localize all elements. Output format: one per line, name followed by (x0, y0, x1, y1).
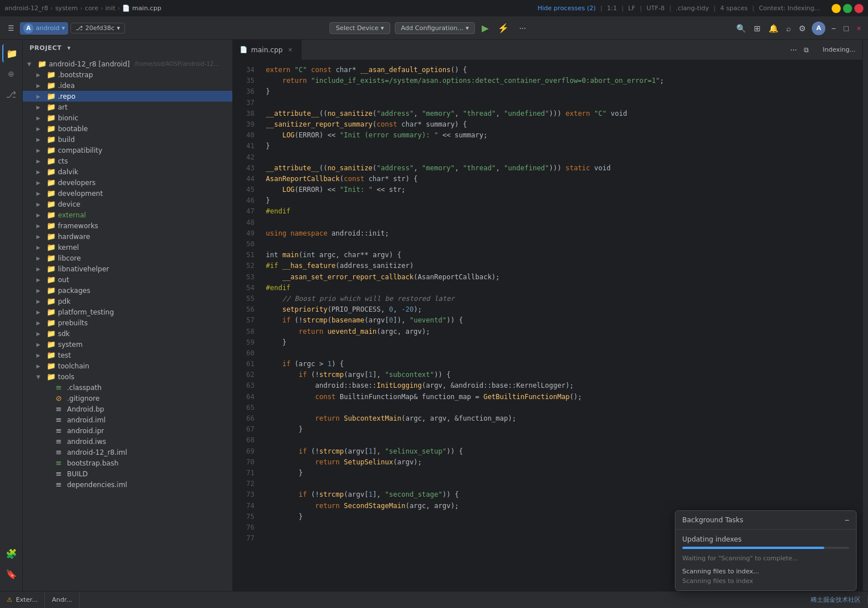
close-window-button[interactable]: × (854, 22, 863, 35)
profile-button[interactable]: ⚡ (495, 22, 511, 35)
expand-icon: ▶ (36, 277, 44, 283)
item-name: .gitignore (67, 395, 99, 402)
breadcrumb-init[interactable]: init (106, 5, 115, 12)
tab-more-button[interactable]: ⋯ (788, 44, 799, 56)
tree-item-android-iml[interactable]: ≡ android.iml (23, 414, 232, 425)
config-label: Add Configuration... (401, 24, 464, 32)
tree-item-pdk[interactable]: ▶ 📁 pdk (23, 296, 232, 307)
tree-item-tools[interactable]: ▼ 📁 tools (23, 371, 232, 382)
tree-item-frameworks[interactable]: ▶ 📁 frameworks (23, 220, 232, 231)
chinese-watermark: 稀土掘金技术社区 (811, 596, 861, 604)
branch-chevron-icon: ▾ (117, 24, 120, 32)
hamburger-icon: ☰ (8, 24, 14, 32)
sidebar-item-search[interactable]: ⊕ (2, 65, 20, 83)
config-chevron-icon: ▾ (466, 24, 469, 32)
tree-item-packages[interactable]: ▶ 📁 packages (23, 285, 232, 296)
minimize-window-button[interactable]: − (829, 22, 838, 35)
user-avatar[interactable]: A (812, 22, 825, 35)
tree-item-external[interactable]: ▶ 📁 external (23, 209, 232, 220)
tree-item-android-ipr[interactable]: ≡ android.ipr (23, 425, 232, 436)
bg-tasks-minimize-button[interactable]: − (845, 515, 849, 525)
plugin-icon: 🧩 (6, 548, 17, 559)
settings-button[interactable]: ⚙ (796, 22, 808, 35)
tree-item-libcore[interactable]: ▶ 📁 libcore (23, 253, 232, 263)
background-tasks-panel: Background Tasks − Updating indexes Wait… (675, 510, 857, 591)
tree-item-classpath[interactable]: ≡ .classpath (23, 382, 232, 393)
tree-item-art[interactable]: ▶ 📁 art (23, 102, 232, 112)
breadcrumb-file[interactable]: 📄 main.cpp (122, 5, 161, 12)
file-tree[interactable]: ▼ 📁 android-12_r8 [android] /home/ssd/AO… (23, 56, 232, 608)
tree-item-bootstrap[interactable]: ▶ 📁 .bootstrap (23, 69, 232, 80)
tree-item-gitignore[interactable]: ⊘ .gitignore (23, 393, 232, 404)
tree-item-idea[interactable]: ▶ 📁 .idea (23, 80, 232, 91)
notifications-button[interactable]: 🔔 (766, 22, 781, 35)
tree-root[interactable]: ▼ 📁 android-12_r8 [android] /home/ssd/AO… (23, 58, 232, 69)
tree-item-system[interactable]: ▶ 📁 system (23, 339, 232, 350)
tree-item-development[interactable]: ▶ 📁 development (23, 188, 232, 199)
tree-item-dalvik[interactable]: ▶ 📁 dalvik (23, 166, 232, 177)
tree-item-android12-iml[interactable]: ≡ android-12_r8.iml (23, 447, 232, 458)
folder-icon: 📁 (47, 124, 56, 133)
tree-item-prebuilts[interactable]: ▶ 📁 prebuilts (23, 317, 232, 328)
expand-icon: ▶ (36, 72, 44, 78)
breadcrumb-system[interactable]: system (55, 5, 78, 12)
file-icon: ≡ (56, 437, 65, 446)
run-button[interactable]: ▶ (479, 22, 491, 35)
tab-split-button[interactable]: ⧉ (802, 44, 811, 56)
folder-icon: 📁 (37, 60, 47, 68)
tree-item-repo[interactable]: ▶ 📁 .repo (23, 91, 232, 102)
tree-item-BUILD[interactable]: ≡ BUILD (23, 468, 232, 479)
menu-button[interactable]: ☰ (5, 22, 18, 35)
tree-item-sdk[interactable]: ▶ 📁 sdk (23, 328, 232, 339)
sidebar-item-vcs[interactable]: ⎇ (2, 85, 20, 103)
sidebar-item-project[interactable]: 📁 (2, 44, 20, 62)
sidebar-item-plugins[interactable]: 🧩 (2, 544, 20, 563)
tree-item-dependencies-iml[interactable]: ≡ dependencies.iml (23, 479, 232, 490)
expand-icon: ▶ (36, 309, 44, 315)
tree-item-toolchain[interactable]: ▶ 📁 toolchain (23, 360, 232, 371)
tree-item-device[interactable]: ▶ 📁 device (23, 199, 232, 209)
item-name: .bootstrap (58, 71, 93, 79)
close-button[interactable]: × (854, 4, 863, 13)
tree-item-kernel[interactable]: ▶ 📁 kernel (23, 242, 232, 253)
breadcrumb-android[interactable]: android-12_r8 (5, 5, 48, 12)
run-manager-button[interactable]: ⊞ (752, 22, 763, 35)
sidebar-item-bookmarks[interactable]: 🔖 (2, 565, 20, 583)
restore-window-button[interactable]: □ (841, 22, 850, 35)
notification-warning[interactable]: ⚠ Exter... (0, 592, 45, 608)
notification-android[interactable]: Andr... (45, 592, 79, 608)
tree-item-hardware[interactable]: ▶ 📁 hardware (23, 231, 232, 242)
maximize-button[interactable]: □ (843, 4, 852, 13)
root-path: /home/ssd/AOSP/android-12... (134, 61, 219, 67)
tree-item-platform-testing[interactable]: ▶ 📁 platform_testing (23, 307, 232, 317)
root-name: android-12_r8 [android] (49, 60, 130, 68)
tree-item-compatibility[interactable]: ▶ 📁 compatibility (23, 145, 232, 156)
tree-item-bionic[interactable]: ▶ 📁 bionic (23, 112, 232, 123)
branch-badge[interactable]: ⎇ 20efd38c ▾ (70, 23, 125, 33)
tree-item-android-bp[interactable]: ≡ Android.bp (23, 404, 232, 414)
tree-item-cts[interactable]: ▶ 📁 cts (23, 156, 232, 166)
item-name: bootable (58, 125, 88, 133)
android-project-badge[interactable]: A android ▾ (20, 22, 68, 35)
minimize-button[interactable]: − (832, 4, 841, 13)
device-select[interactable]: Select Device ▾ (329, 22, 390, 34)
tree-item-bootstrap-bash[interactable]: ≡ bootstrap.bash (23, 458, 232, 468)
run-configuration[interactable]: Add Configuration... ▾ (395, 22, 475, 34)
tree-item-build[interactable]: ▶ 📁 build (23, 134, 232, 145)
tree-item-out[interactable]: ▶ 📁 out (23, 274, 232, 285)
tree-item-libnativehelper[interactable]: ▶ 📁 libnativehelper (23, 263, 232, 274)
tree-item-test[interactable]: ▶ 📁 test (23, 350, 232, 360)
tab-close-button[interactable]: × (286, 46, 294, 53)
folder-icon: 📁 (47, 232, 56, 241)
search-button[interactable]: ⌕ (784, 22, 793, 35)
tree-item-bootable[interactable]: ▶ 📁 bootable (23, 123, 232, 134)
search-everywhere-button[interactable]: 🔍 (734, 22, 748, 35)
more-actions-button[interactable]: ⋯ (516, 22, 529, 35)
tree-item-android-iws[interactable]: ≡ android.iws (23, 436, 232, 447)
item-name: dalvik (58, 168, 78, 176)
breadcrumb-core[interactable]: core (85, 5, 98, 12)
tab-main-cpp[interactable]: 📄 main.cpp × (233, 40, 302, 60)
hide-processes-button[interactable]: Hide processes (2) (537, 5, 595, 12)
tree-item-developers[interactable]: ▶ 📁 developers (23, 177, 232, 188)
right-scrollbar[interactable] (862, 40, 868, 608)
